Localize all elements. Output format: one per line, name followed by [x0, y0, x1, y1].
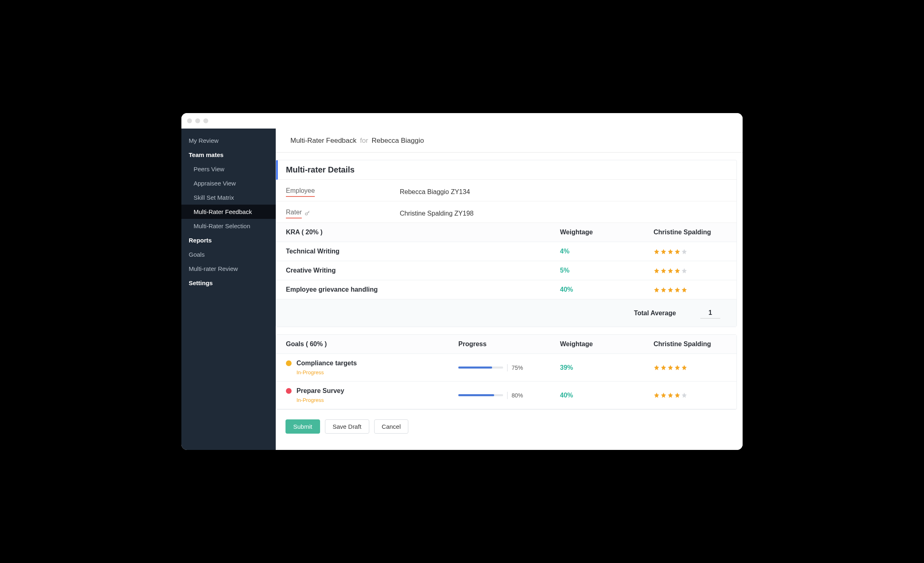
kra-rater-header: Christine Spalding [654, 229, 727, 236]
main-content: Multi-Rater Feedback for Rebecca Biaggio… [276, 129, 743, 450]
goals-header: Goals ( 60% ) [286, 340, 458, 348]
goal-title: Compliance targets [296, 360, 458, 367]
goals-progress-header: Progress [458, 340, 560, 348]
employee-value: Rebecca Biaggio ZY134 [400, 188, 727, 196]
multi-rater-details-card: Multi-rater Details Employee Rebecca Bia… [276, 160, 737, 327]
breadcrumb: Multi-Rater Feedback for Rebecca Biaggio [276, 129, 743, 153]
goals-card: Goals ( 60% ) Progress Weightage Christi… [276, 334, 737, 410]
sidebar-item-settings[interactable]: Settings [181, 276, 276, 290]
progress-divider [507, 364, 508, 371]
goals-rater-header: Christine Spalding [654, 340, 727, 348]
kra-name: Creative Writing [286, 267, 560, 274]
progress-bar [458, 394, 503, 396]
kra-table-head: KRA ( 20% ) Weightage Christine Spalding [276, 223, 737, 242]
app-window: My ReviewTeam matesPeers ViewAppraisee V… [181, 113, 743, 450]
goal-title: Prepare Survey [296, 387, 458, 395]
kra-row: Technical Writing4% [276, 242, 737, 261]
rater-value: Christine Spalding ZY198 [400, 210, 727, 217]
goals-table-head: Goals ( 60% ) Progress Weightage Christi… [276, 335, 737, 354]
star-rating[interactable] [654, 249, 727, 255]
goal-info: Compliance targetsIn-Progress [296, 360, 458, 375]
key-icon [304, 210, 311, 218]
kra-weight: 5% [560, 267, 654, 274]
cancel-button[interactable]: Cancel [374, 419, 409, 434]
kra-weightage-header: Weightage [560, 229, 654, 236]
section-title: Multi-rater Details [276, 160, 737, 180]
goal-info: Prepare SurveyIn-Progress [296, 387, 458, 403]
star-rating[interactable] [654, 268, 727, 274]
sidebar-item-skill-set-matrix[interactable]: Skill Set Matrix [181, 190, 276, 205]
goal-status-dot [286, 360, 292, 366]
breadcrumb-title: Multi-Rater Feedback [290, 137, 357, 144]
star-rating[interactable] [654, 392, 727, 398]
goal-row: Compliance targetsIn-Progress75%39% [276, 354, 737, 382]
goal-status: In-Progress [296, 397, 458, 403]
goals-weightage-header: Weightage [560, 340, 654, 348]
kra-total-row: Total Average 1 [276, 299, 737, 327]
kra-name: Technical Writing [286, 248, 560, 255]
progress-divider [507, 392, 508, 399]
kra-row: Employee grievance handling40% [276, 280, 737, 299]
goal-rating [654, 364, 727, 371]
progress-text: 75% [512, 364, 523, 371]
goal-weight: 40% [560, 392, 654, 399]
sidebar-item-appraisee-view[interactable]: Appraisee View [181, 176, 276, 190]
save-draft-button[interactable]: Save Draft [325, 419, 369, 434]
employee-row: Employee Rebecca Biaggio ZY134 [276, 180, 737, 201]
sidebar-item-goals[interactable]: Goals [181, 247, 276, 262]
total-average-value: 1 [700, 308, 720, 319]
window-min-dot[interactable] [195, 118, 200, 123]
kra-weight: 4% [560, 248, 654, 255]
goal-rating [654, 392, 727, 398]
kra-name: Employee grievance handling [286, 286, 560, 293]
sidebar-item-my-review[interactable]: My Review [181, 133, 276, 148]
progress-text: 80% [512, 392, 523, 399]
total-average-label: Total Average [634, 310, 676, 317]
rater-row: Rater Christine Spalding ZY198 [276, 201, 737, 223]
goal-status-dot [286, 388, 292, 394]
kra-row: Creative Writing5% [276, 261, 737, 280]
kra-rating [654, 287, 727, 293]
window-close-dot[interactable] [187, 118, 192, 123]
sidebar-item-peers-view[interactable]: Peers View [181, 162, 276, 176]
kra-header: KRA ( 20% ) [286, 229, 560, 236]
rater-label: Rater [286, 209, 302, 218]
window-titlebar [181, 113, 743, 129]
sidebar-item-multi-rater-feedback[interactable]: Multi-Rater Feedback [181, 205, 276, 219]
breadcrumb-person: Rebecca Biaggio [372, 137, 424, 144]
employee-label: Employee [286, 187, 315, 197]
star-rating[interactable] [654, 364, 727, 371]
sidebar-item-team-mates[interactable]: Team mates [181, 148, 276, 162]
goal-progress: 75% [458, 364, 560, 371]
submit-button[interactable]: Submit [285, 419, 320, 434]
goal-row: Prepare SurveyIn-Progress80%40% [276, 382, 737, 409]
goal-progress: 80% [458, 392, 560, 399]
goal-weight: 39% [560, 364, 654, 371]
sidebar-item-multi-rater-review[interactable]: Multi-rater Review [181, 262, 276, 276]
kra-rating [654, 268, 727, 274]
kra-weight: 40% [560, 286, 654, 293]
sidebar-item-multi-rater-selection[interactable]: Multi-Rater Selection [181, 219, 276, 233]
breadcrumb-for: for [360, 137, 368, 144]
window-max-dot[interactable] [203, 118, 208, 123]
progress-bar [458, 367, 503, 369]
action-bar: Submit Save Draft Cancel [276, 417, 737, 443]
star-rating[interactable] [654, 287, 727, 293]
sidebar-item-reports[interactable]: Reports [181, 233, 276, 247]
kra-rating [654, 249, 727, 255]
goal-status: In-Progress [296, 369, 458, 375]
sidebar: My ReviewTeam matesPeers ViewAppraisee V… [181, 129, 276, 450]
